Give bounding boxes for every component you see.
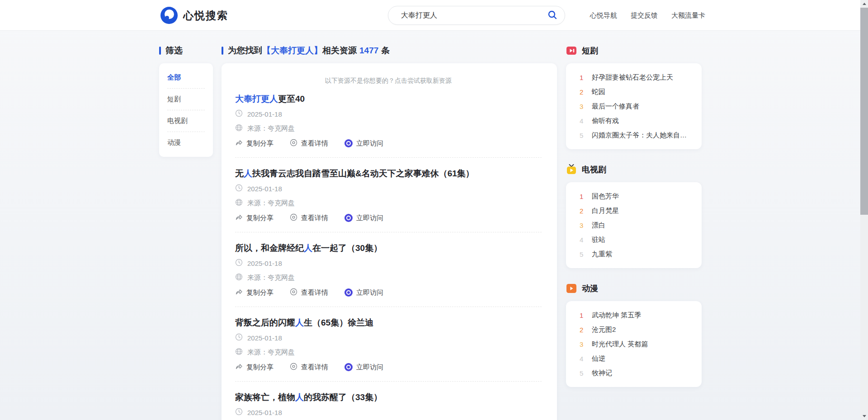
rank-item[interactable]: 2白月梵星 <box>580 203 693 218</box>
rank-card: 1武动乾坤 第五季2沧元图23时光代理人 英都篇4仙逆5牧神记 <box>566 301 702 387</box>
search-button[interactable] <box>547 9 558 21</box>
rank-number: 4 <box>580 236 586 244</box>
share-icon <box>235 363 243 372</box>
filter-item[interactable]: 全部 <box>167 67 205 88</box>
results-list: 大奉打更人更至40 2025-01-18 来源：夸克网盘 <box>235 93 542 420</box>
refresh-resources-notice[interactable]: 以下资源不是你想要的？点击尝试获取新资源 <box>235 77 542 86</box>
rank-item-title: 九重紫 <box>592 250 612 259</box>
result-source-row: 来源：夸克网盘 <box>235 198 542 208</box>
rank-item[interactable]: 3时光代理人 英都篇 <box>580 337 693 351</box>
logo-icon <box>160 7 178 24</box>
rank-item[interactable]: 5九重紫 <box>580 247 693 261</box>
visit-now-label: 立即访问 <box>356 288 383 297</box>
rankings-column: 短剧 1好孕甜妻被钻石老公宠上天2蛇园3最后一个修真者4偷听有戏5闪婚京圈太子爷… <box>566 45 702 387</box>
results-column: 为您找到【大奉打更人】相关资源1477条 以下资源不是你想要的？点击尝试获取新资… <box>222 45 557 420</box>
rank-item-title: 沧元图2 <box>592 326 616 334</box>
visit-now-icon <box>344 288 353 297</box>
visit-now-icon <box>344 139 353 147</box>
filter-item[interactable]: 动漫 <box>167 132 205 153</box>
view-detail-button[interactable]: 查看详情 <box>290 139 328 148</box>
rank-item-title: 仙逆 <box>592 354 605 363</box>
result-actions: 复制分享 查看详情 立即访问 <box>235 362 542 372</box>
visit-now-label: 立即访问 <box>356 139 383 148</box>
view-detail-label: 查看详情 <box>301 214 328 222</box>
rank-item[interactable]: 2蛇园 <box>580 85 693 99</box>
rank-card: 1好孕甜妻被钻石老公宠上天2蛇园3最后一个修真者4偷听有戏5闪婚京圈太子爷：夫人… <box>566 63 702 149</box>
rank-section-header: 动漫 <box>566 283 702 294</box>
rank-item-title: 国色芳华 <box>592 192 619 201</box>
visit-now-button[interactable]: 立即访问 <box>344 214 383 222</box>
nav-link-navigation[interactable]: 心悦导航 <box>590 11 617 20</box>
nav-link-data-card[interactable]: 大额流量卡 <box>671 11 705 20</box>
result-title[interactable]: 无人扶我青云志我自踏雪至山巅&名动天下之家事难休（61集） <box>235 168 542 179</box>
rank-item[interactable]: 2沧元图2 <box>580 322 693 337</box>
view-detail-button[interactable]: 查看详情 <box>290 288 328 297</box>
scroll-down-arrow[interactable] <box>860 412 868 420</box>
rank-item[interactable]: 3漂白 <box>580 218 693 232</box>
site-logo[interactable]: 心悦搜索 <box>160 7 228 24</box>
rank-section-header: 电视剧 <box>566 164 702 175</box>
result-date-row: 2025-01-18 <box>235 259 542 268</box>
rank-item[interactable]: 4偷听有戏 <box>580 113 693 128</box>
filter-item[interactable]: 短剧 <box>167 88 205 110</box>
results-heading: 为您找到【大奉打更人】相关资源1477条 <box>222 45 557 56</box>
rank-item-title: 闪婚京圈太子爷：夫人她来自农村 <box>592 131 693 140</box>
result-source-row: 来源：夸克网盘 <box>235 348 542 357</box>
result-source: 来源：夸克网盘 <box>247 199 295 208</box>
rank-item[interactable]: 4仙逆 <box>580 351 693 366</box>
rank-item[interactable]: 3最后一个修真者 <box>580 99 693 113</box>
result-title[interactable]: 背叛之后的闪耀人生（65集）徐兰迪 <box>235 317 542 329</box>
scrollbar-thumb[interactable] <box>860 8 868 215</box>
visit-now-button[interactable]: 立即访问 <box>344 288 383 297</box>
visit-now-button[interactable]: 立即访问 <box>344 139 383 148</box>
result-item: 背叛之后的闪耀人生（65集）徐兰迪 2025-01-18 来源：夸克网盘 <box>235 307 542 382</box>
copy-share-button[interactable]: 复制分享 <box>235 363 274 372</box>
share-icon <box>235 288 243 297</box>
eye-icon <box>290 363 297 372</box>
rank-item[interactable]: 4驻站 <box>580 232 693 247</box>
rank-number: 1 <box>580 311 586 319</box>
visit-now-icon <box>344 363 353 371</box>
visit-now-icon <box>344 214 353 222</box>
visit-now-button[interactable]: 立即访问 <box>344 363 383 372</box>
rank-number: 4 <box>580 355 586 363</box>
copy-share-button[interactable]: 复制分享 <box>235 139 274 148</box>
eye-icon <box>290 213 297 222</box>
search-input[interactable] <box>401 11 547 19</box>
rank-number: 2 <box>580 207 586 215</box>
rank-card: 1国色芳华2白月梵星3漂白4驻站5九重紫 <box>566 182 702 268</box>
copy-share-label: 复制分享 <box>246 288 274 297</box>
copy-share-label: 复制分享 <box>246 139 274 148</box>
rank-number: 4 <box>580 117 586 125</box>
scroll-up-arrow[interactable] <box>860 0 868 8</box>
filter-item[interactable]: 电视剧 <box>167 110 205 132</box>
globe-icon <box>235 198 243 208</box>
result-title[interactable]: 所以，和金牌经纪人在一起了（30集） <box>235 242 542 254</box>
rank-item[interactable]: 5闪婚京圈太子爷：夫人她来自农村 <box>580 128 693 142</box>
result-title[interactable]: 大奉打更人更至40 <box>235 93 542 105</box>
rank-item[interactable]: 1武动乾坤 第五季 <box>580 308 693 322</box>
tv-icon <box>566 164 577 175</box>
rank-section-title: 电视剧 <box>582 164 606 175</box>
copy-share-button[interactable]: 复制分享 <box>235 288 274 297</box>
header-nav: 心悦导航 提交反馈 大额流量卡 <box>590 0 705 31</box>
result-date: 2025-01-18 <box>247 185 282 193</box>
visit-now-label: 立即访问 <box>356 363 383 372</box>
rank-item[interactable]: 5牧神记 <box>580 366 693 380</box>
rank-item-title: 漂白 <box>592 221 605 230</box>
rank-item[interactable]: 1国色芳华 <box>580 189 693 203</box>
eye-icon <box>290 288 297 297</box>
result-title[interactable]: 家族将亡，植物人的我苏醒了（33集） <box>235 392 542 403</box>
result-date: 2025-01-18 <box>247 334 282 342</box>
copy-share-button[interactable]: 复制分享 <box>235 213 274 222</box>
rank-section: 电视剧 1国色芳华2白月梵星3漂白4驻站5九重紫 <box>566 164 702 268</box>
result-date: 2025-01-18 <box>247 110 282 118</box>
nav-link-feedback[interactable]: 提交反馈 <box>631 11 658 20</box>
view-detail-button[interactable]: 查看详情 <box>290 363 328 372</box>
eye-icon <box>290 139 297 148</box>
page-scrollbar[interactable] <box>860 0 868 420</box>
rank-item[interactable]: 1好孕甜妻被钻石老公宠上天 <box>580 70 693 85</box>
rank-number: 5 <box>580 132 586 139</box>
rank-item-title: 武动乾坤 第五季 <box>592 311 641 320</box>
view-detail-button[interactable]: 查看详情 <box>290 213 328 222</box>
